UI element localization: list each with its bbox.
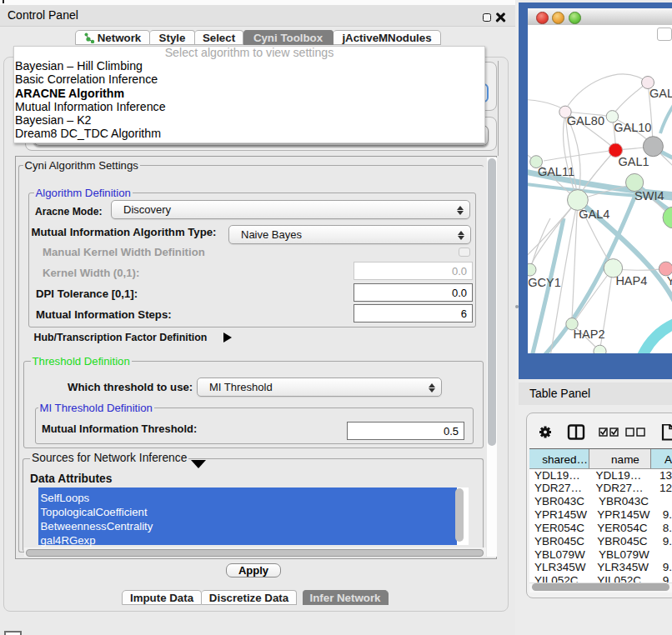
svg-text:HAP2: HAP2 (574, 328, 605, 341)
svg-text:GAL4: GAL4 (579, 208, 609, 221)
svg-text:GAL80: GAL80 (567, 114, 604, 128)
svg-text:GCY1: GCY1 (528, 276, 561, 289)
svg-text:HAP4: HAP4 (615, 274, 647, 288)
svg-text:GAL10: GAL10 (614, 121, 651, 134)
svg-text:Y: Y (667, 274, 672, 288)
svg-text:GAL: GAL (649, 87, 672, 100)
svg-text:GAL11: GAL11 (538, 165, 574, 178)
svg-text:SWI4: SWI4 (634, 189, 664, 202)
svg-text:GAL1: GAL1 (619, 155, 649, 168)
